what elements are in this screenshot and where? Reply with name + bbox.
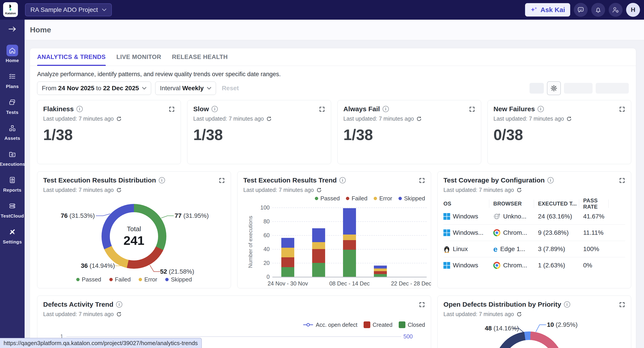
table-row[interactable]: Windows ?Unkno... 24 (63.16%) 41.67% [444, 208, 625, 225]
ask-kai-button[interactable]: Ask Kai [525, 3, 570, 16]
project-selector[interactable]: RA Sample ADO Project [25, 3, 112, 16]
column-browser[interactable]: BROWSER [489, 199, 534, 208]
legend-skipped[interactable]: Skipped [398, 195, 425, 202]
feedback-button[interactable] [574, 3, 588, 17]
x-axis-label: 22 Dec - 28 Dec [391, 280, 431, 287]
ask-kai-label: Ask Kai [540, 6, 565, 14]
sidebar-item-reports[interactable]: Reports [0, 174, 24, 193]
legend-failed[interactable]: Failed [346, 195, 368, 202]
donut-total-label: Total [127, 225, 141, 233]
table-row[interactable]: Linux eEdge 1... 3 (7.89%) 100% [444, 241, 625, 257]
sidebar-item-testcloud[interactable]: TestCloud [0, 200, 24, 219]
interval-selector[interactable]: Interval Weekly [155, 82, 216, 95]
refresh-icon[interactable] [116, 187, 122, 193]
trend-plot-area [272, 207, 427, 277]
info-icon[interactable]: i [538, 106, 544, 112]
home-icon [6, 45, 18, 56]
info-icon[interactable]: i [548, 177, 554, 183]
expand-icon[interactable] [619, 302, 625, 308]
charts-row: Test Execution Results Distributioni Las… [37, 171, 631, 288]
dashboard-settings-button[interactable] [547, 81, 561, 95]
info-icon[interactable]: i [340, 177, 346, 183]
expand-icon[interactable] [219, 177, 225, 183]
expand-icon[interactable] [168, 106, 175, 112]
legend-acc-open-defect[interactable]: Acc. open defect [303, 322, 357, 328]
info-icon[interactable]: i [564, 301, 570, 308]
info-icon[interactable]: i [76, 106, 83, 112]
trend-card: Test Execution Results Trendi Last updat… [237, 171, 431, 288]
expand-icon[interactable] [419, 302, 425, 308]
legend-created[interactable]: Created [364, 322, 392, 328]
coverage-header: OS BROWSER EXECUTED T... PASS RATE [444, 199, 625, 208]
expand-icon[interactable] [619, 106, 625, 112]
distribution-legend: Passed Failed Error Skipped [43, 276, 225, 283]
refresh-icon[interactable] [566, 116, 572, 122]
legend-passed[interactable]: Passed [76, 276, 101, 283]
expand-icon[interactable] [319, 106, 325, 112]
column-os[interactable]: OS [444, 199, 489, 208]
legend-failed[interactable]: Failed [109, 276, 131, 283]
sidebar-item-assets[interactable]: Assets [0, 122, 24, 141]
refresh-icon[interactable] [416, 116, 422, 122]
refresh-icon[interactable] [266, 116, 272, 122]
card-title: Test Execution Results Trend [243, 176, 337, 184]
distribution-donut[interactable]: Total 241 [102, 204, 166, 269]
x-axis-label: 08 Dec - 14 Dec [330, 280, 370, 287]
intro-text: Analyze performance, identify patterns, … [37, 71, 629, 78]
windows-icon [444, 262, 450, 269]
card-title: Open Defects Distribution by Priority [444, 301, 561, 308]
table-row[interactable]: Windows Chrom... 1 (2.63%) 0% [444, 257, 625, 273]
user-management-button[interactable] [609, 3, 622, 17]
date-range-selector[interactable]: From 24 Nov 2025 to 22 Dec 2025 [37, 82, 151, 95]
loading-placeholder [596, 83, 629, 94]
refresh-icon[interactable] [316, 187, 322, 193]
sidebar-expand-button[interactable] [8, 24, 16, 34]
info-icon[interactable]: i [159, 177, 165, 183]
legend-closed[interactable]: Closed [399, 322, 425, 328]
chevron-down-icon [142, 87, 146, 90]
info-icon[interactable]: i [116, 301, 122, 308]
legend-error[interactable]: Error [139, 276, 157, 283]
legend-passed[interactable]: Passed [315, 195, 340, 202]
sidebar-item-plans[interactable]: Plans [0, 71, 24, 89]
refresh-icon[interactable] [516, 187, 522, 193]
kpi-value: 1/38 [193, 126, 325, 143]
info-icon[interactable]: i [382, 106, 389, 112]
sidebar-label: Home [6, 58, 19, 63]
priority-donut[interactable] [494, 332, 564, 348]
app-screen: Katalon RA Sample ADO Project Ask Kai [0, 0, 644, 348]
windows-icon [444, 229, 450, 236]
sidebar-item-tests[interactable]: Tests [0, 97, 24, 115]
coverage-card: Test Coverage by Configurationi Last upd… [438, 171, 631, 288]
expand-icon[interactable] [619, 177, 625, 183]
expand-icon[interactable] [469, 106, 475, 112]
sidebar-item-settings[interactable]: Settings [0, 226, 24, 245]
callout-priority-48: 48 (14.16%) [485, 325, 512, 332]
legend-error[interactable]: Error [374, 195, 392, 202]
legend-skipped[interactable]: Skipped [165, 276, 192, 283]
tab-release-health[interactable]: RELEASE HEALTH [172, 48, 228, 66]
priority-card: Open Defects Distribution by Priorityi L… [438, 296, 631, 348]
refresh-icon[interactable] [116, 116, 122, 122]
tab-analytics-trends[interactable]: ANALYTICS & TRENDS [37, 48, 106, 66]
last-updated: Last updated: 7 minutes ago [444, 311, 514, 317]
last-updated: Last updated: 7 minutes ago [243, 187, 314, 193]
refresh-icon[interactable] [516, 311, 522, 317]
notifications-button[interactable] [591, 3, 605, 17]
refresh-icon[interactable] [116, 311, 122, 317]
column-executed[interactable]: EXECUTED T... [534, 199, 579, 208]
sidebar-item-home[interactable]: Home [0, 45, 24, 63]
expand-icon[interactable] [419, 177, 425, 183]
topbar-actions: Ask Kai [525, 3, 640, 17]
kpi-value: 0/38 [494, 126, 625, 143]
katalon-logo[interactable]: Katalon [3, 2, 18, 17]
user-avatar[interactable]: H [626, 3, 640, 17]
last-updated: Last updated: 7 minutes ago [494, 116, 564, 122]
sidebar-item-executions[interactable]: Executions [0, 148, 24, 167]
tab-live-monitor[interactable]: LIVE MONITOR [116, 48, 162, 66]
table-row[interactable]: Windows... Chrom... 9 (23.68%) 11.11% [444, 225, 625, 241]
linux-icon [444, 245, 450, 253]
column-pass-rate[interactable]: PASS RATE [579, 199, 609, 208]
info-icon[interactable]: i [212, 106, 218, 112]
reset-button[interactable]: Reset [222, 85, 239, 92]
